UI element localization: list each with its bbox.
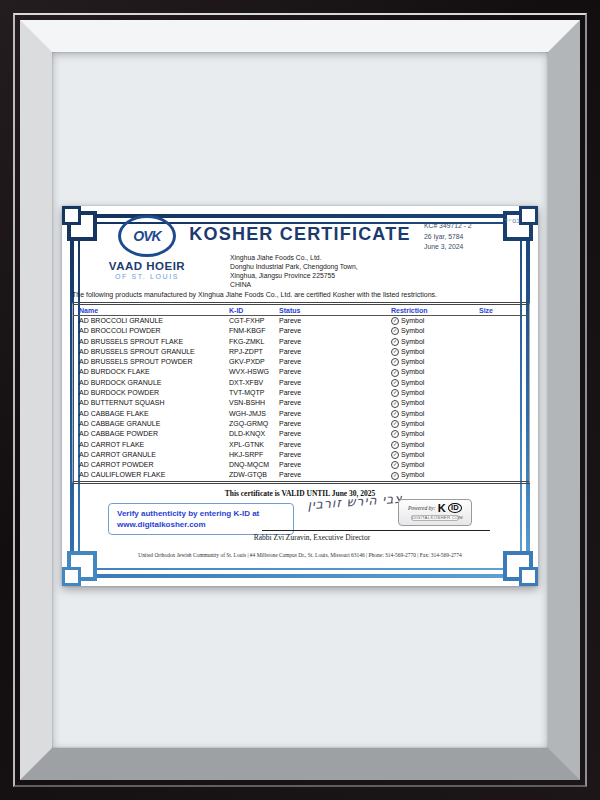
product-status: Pareve (279, 326, 391, 336)
product-restriction: ✓ Symbol (391, 429, 479, 439)
product-restriction: ✓ Symbol (391, 450, 479, 460)
product-restriction: ✓ Symbol (391, 337, 479, 347)
table-body: AD BROCCOLI GRANULE CGT-FXHP Pareve ✓ Sy… (73, 316, 529, 481)
product-status: Pareve (279, 316, 391, 326)
badge-domain: DigitalKosher.com (411, 515, 459, 521)
product-name: AD CARROT GRANULE (79, 450, 229, 460)
kid-logo-id-oval: ID (448, 503, 463, 514)
table-row: AD CARROT GRANULE HKJ-SRPF Pareve ✓ Symb… (73, 450, 529, 460)
product-status: Pareve (279, 357, 391, 367)
header-restriction: Restriction (391, 307, 479, 314)
table-row: AD CARROT POWDER DNQ-MQCM Pareve ✓ Symbo… (73, 460, 529, 470)
product-kid: DXT-XFBV (229, 378, 279, 388)
table-row: AD BUTTERNUT SQUASH VSN-BSHH Pareve ✓ Sy… (73, 398, 529, 408)
product-restriction: ✓ Symbol (391, 440, 479, 450)
table-row: AD BURDOCK GRANULE DXT-XFBV Pareve ✓ Sym… (73, 378, 529, 388)
table-row: AD BURDOCK POWDER TVT-MQTP Pareve ✓ Symb… (73, 388, 529, 398)
product-status: Pareve (279, 347, 391, 357)
product-size (479, 470, 529, 480)
signature-line (262, 530, 490, 531)
intro-statement: The following products manufactured by X… (72, 291, 528, 298)
product-size (479, 367, 529, 377)
product-kid: DNQ-MQCM (229, 460, 279, 470)
product-name: AD CAULIFLOWER FLAKE (79, 470, 229, 480)
product-size (479, 357, 529, 367)
check-circle-icon: ✓ (391, 338, 399, 346)
product-kid: RPJ-ZDPT (229, 347, 279, 357)
company-address-2: Xinghua, Jiangsu Province 225755 (230, 271, 358, 280)
product-name: AD CABBAGE POWDER (79, 429, 229, 439)
product-kid: GKV-PXDP (229, 357, 279, 367)
products-table: Name K-ID Status Restriction Size AD BRO… (72, 302, 530, 484)
product-kid: HKJ-SRPF (229, 450, 279, 460)
issue-date: June 3, 2024 (424, 242, 529, 253)
product-status: Pareve (279, 337, 391, 347)
product-kid: FNM-KBGF (229, 326, 279, 336)
certificate-meta: KC# 349712 - 2 26 Iyar, 5784 June 3, 202… (424, 221, 529, 253)
check-circle-icon: ✓ (391, 472, 399, 480)
digitalkosher-link[interactable]: www.digitalkosher.com (117, 519, 285, 530)
product-restriction: ✓ Symbol (391, 316, 479, 326)
product-name: AD BROCCOLI GRANULE (79, 316, 229, 326)
footer-contact-line: United Orthodox Jewish Community of St. … (72, 552, 528, 558)
product-kid: WGH-JMJS (229, 409, 279, 419)
product-kid: WVX-HSWG (229, 367, 279, 377)
product-restriction: ✓ Symbol (391, 357, 479, 367)
product-size (479, 409, 529, 419)
product-name: AD BRUSSELS SPROUT POWDER (79, 357, 229, 367)
check-circle-icon: ✓ (391, 451, 399, 459)
product-name: AD BRUSSELS SPROUT FLAKE (79, 337, 229, 347)
table-row: AD BURDOCK FLAKE WVX-HSWG Pareve ✓ Symbo… (73, 367, 529, 377)
certificate-paper: בס״ד OVK VAAD HOEIR OF ST. LOUIS KOSHER … (62, 206, 538, 586)
picture-frame: בס״ד OVK VAAD HOEIR OF ST. LOUIS KOSHER … (0, 0, 600, 800)
company-address-1: Donghu Industrial Park, Chengdong Town, (230, 262, 358, 271)
check-circle-icon: ✓ (391, 400, 399, 408)
table-row: AD CABBAGE FLAKE WGH-JMJS Pareve ✓ Symbo… (73, 409, 529, 419)
product-status: Pareve (279, 470, 391, 480)
table-row: AD BRUSSELS SPROUT FLAKE FKG-ZMKL Pareve… (73, 337, 529, 347)
table-row: AD CAULIFLOWER FLAKE ZDW-GTQB Pareve ✓ S… (73, 470, 529, 480)
product-size (479, 326, 529, 336)
ovk-logo-icon: OVK (118, 215, 176, 257)
check-circle-icon: ✓ (391, 430, 399, 438)
product-size (479, 388, 529, 398)
product-restriction: ✓ Symbol (391, 388, 479, 398)
product-name: AD CABBAGE GRANULE (79, 419, 229, 429)
check-circle-icon: ✓ (391, 327, 399, 335)
product-status: Pareve (279, 378, 391, 388)
product-size (479, 378, 529, 388)
certificate-number: KC# 349712 - 2 (424, 221, 529, 232)
signer-name: Rabbi Zvi Zuravin, Executive Director (192, 533, 432, 542)
header-kid: K-ID (229, 307, 279, 314)
product-size (479, 429, 529, 439)
product-restriction: ✓ Symbol (391, 378, 479, 388)
product-name: AD BURDOCK GRANULE (79, 378, 229, 388)
check-circle-icon: ✓ (391, 461, 399, 469)
check-circle-icon: ✓ (391, 410, 399, 418)
table-row: AD BRUSSELS SPROUT POWDER GKV-PXDP Parev… (73, 357, 529, 367)
kid-powered-badge: Powered by: K ID DigitalKosher.com (398, 499, 472, 526)
product-restriction: ✓ Symbol (391, 347, 479, 357)
product-size (479, 450, 529, 460)
product-status: Pareve (279, 460, 391, 470)
product-kid: XPL-GTNK (229, 440, 279, 450)
product-status: Pareve (279, 419, 391, 429)
product-size (479, 460, 529, 470)
product-size (479, 337, 529, 347)
table-row: AD BROCCOLI GRANULE CGT-FXHP Pareve ✓ Sy… (73, 316, 529, 326)
product-size (479, 398, 529, 408)
product-status: Pareve (279, 367, 391, 377)
check-circle-icon: ✓ (391, 379, 399, 387)
check-circle-icon: ✓ (391, 348, 399, 356)
product-kid: TVT-MQTP (229, 388, 279, 398)
table-row: AD CARROT FLAKE XPL-GTNK Pareve ✓ Symbol (73, 440, 529, 450)
product-kid: FKG-ZMKL (229, 337, 279, 347)
header-status: Status (279, 307, 391, 314)
powered-by-label: Powered by: (408, 505, 436, 511)
check-circle-icon: ✓ (391, 358, 399, 366)
product-name: AD CABBAGE FLAKE (79, 409, 229, 419)
company-address-block: Xinghua Jiahe Foods Co., Ltd. Donghu Ind… (230, 253, 358, 289)
product-restriction: ✓ Symbol (391, 326, 479, 336)
product-restriction: ✓ Symbol (391, 367, 479, 377)
hebrew-date: 26 Iyar, 5784 (424, 232, 529, 243)
